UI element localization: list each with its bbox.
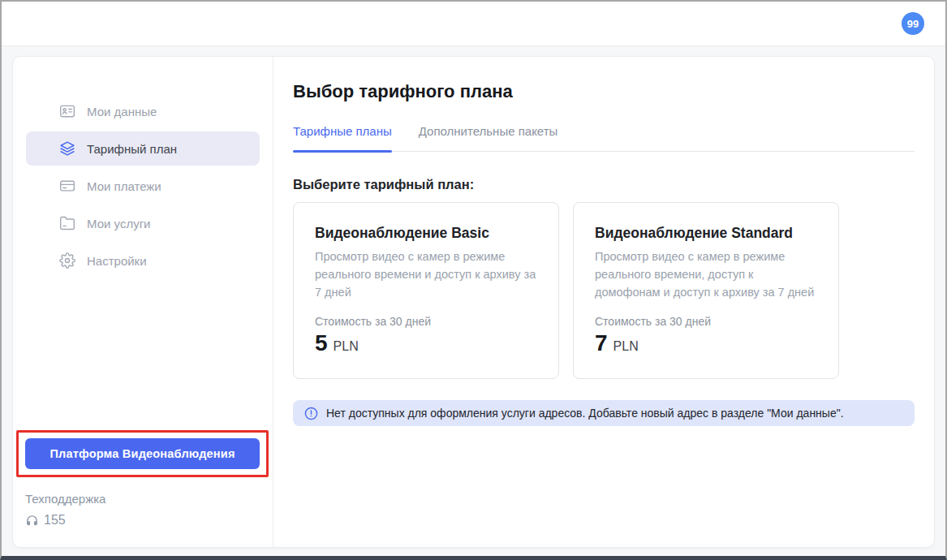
support-label: Техподдержка <box>25 492 273 506</box>
no-addresses-notice: Нет доступных для оформления услуги адре… <box>293 400 915 426</box>
page-title: Выбор тарифного плана <box>293 81 915 102</box>
plan-name: Видеонаблюдение Standard <box>595 225 817 242</box>
price-label: Стоимость за 30 дней <box>595 315 817 328</box>
credit-card-icon <box>59 178 75 194</box>
top-header: 99 <box>2 2 945 46</box>
support-block: Техподдержка 155 <box>25 492 273 528</box>
gear-icon <box>59 252 75 269</box>
tab-bar: Тарифные планы Дополнительные пакеты <box>293 124 915 152</box>
tab-additional-packages[interactable]: Дополнительные пакеты <box>419 124 558 151</box>
info-icon <box>304 407 318 420</box>
folder-icon <box>59 215 75 231</box>
plan-card-basic[interactable]: Видеонаблюдение Basic Просмотр видео с к… <box>293 202 559 379</box>
sidebar-spacer <box>13 281 273 430</box>
price-label: Стоимость за 30 дней <box>315 315 537 328</box>
plan-description: Просмотр видео с камер в режиме реальног… <box>315 248 537 301</box>
notification-badge[interactable]: 99 <box>902 12 924 35</box>
price-currency: PLN <box>613 339 639 354</box>
app-window: 99 Мои <box>0 0 947 560</box>
sidebar-item-label: Мои услуги <box>87 217 151 230</box>
platform-videosurveillance-button[interactable]: Платформа Видеонаблюдения <box>25 438 260 469</box>
support-phone-number: 155 <box>44 513 66 528</box>
tab-tariff-plans[interactable]: Тарифные планы <box>293 124 392 151</box>
plan-name: Видеонаблюдение Basic <box>315 225 537 242</box>
plan-description: Просмотр видео с камер в режиме реальног… <box>595 248 817 301</box>
annotation-highlight-box: Платформа Видеонаблюдения <box>16 430 269 477</box>
plan-cards: Видеонаблюдение Basic Просмотр видео с к… <box>293 202 915 379</box>
section-heading: Выберите тарифный план: <box>293 177 915 192</box>
sidebar-item-settings[interactable]: Настройки <box>26 243 260 278</box>
sidebar-item-my-data[interactable]: Мои данные <box>26 94 260 128</box>
sidebar-item-label: Настройки <box>87 254 147 268</box>
id-card-icon <box>59 103 75 119</box>
sidebar-nav: Мои данные Тарифный план <box>26 94 260 281</box>
price-row: 7 PLN <box>595 330 817 356</box>
sidebar-item-my-services[interactable]: Мои услуги <box>26 206 260 240</box>
price-value: 7 <box>595 330 608 356</box>
price-currency: PLN <box>334 339 359 354</box>
sidebar: Мои данные Тарифный план <box>13 57 273 547</box>
support-phone-row: 155 <box>25 513 273 528</box>
sidebar-item-label: Мои данные <box>87 105 157 118</box>
sidebar-item-tariff-plan[interactable]: Тарифный план <box>26 131 260 166</box>
sidebar-item-label: Тарифный план <box>87 142 177 156</box>
layers-icon <box>59 140 75 157</box>
main-panel: Мои данные Тарифный план <box>12 56 935 548</box>
plan-card-standard[interactable]: Видеонаблюдение Standard Просмотр видео … <box>573 202 839 379</box>
price-value: 5 <box>315 330 328 356</box>
headset-icon <box>25 514 39 528</box>
content-area: Мои данные Тарифный план <box>2 46 945 556</box>
notice-text: Нет доступных для оформления услуги адре… <box>326 407 844 420</box>
sidebar-item-my-payments[interactable]: Мои платежи <box>26 169 260 203</box>
price-row: 5 PLN <box>315 330 537 356</box>
main-content: Выбор тарифного плана Тарифные планы Доп… <box>273 57 934 547</box>
sidebar-item-label: Мои платежи <box>87 179 161 193</box>
